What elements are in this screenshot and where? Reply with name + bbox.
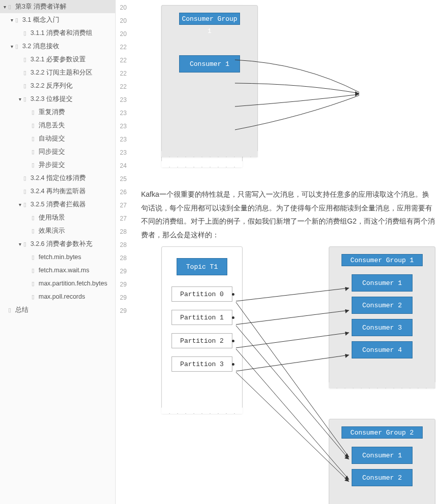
toggle-icon[interactable]: ▾ — [16, 202, 23, 207]
content: Topic T1 Partition 0 Partition 1 Partiti… — [131, 0, 445, 504]
toc-item[interactable]: ▾▯3.2 消息接收 — [0, 40, 115, 53]
bookmark-icon: ▯ — [23, 96, 30, 102]
toc-item[interactable]: ▯效果演示 — [0, 224, 115, 237]
toc-label: 效果演示 — [39, 227, 115, 235]
toc-label: 3.1.1 消费者和消费组 — [30, 29, 115, 38]
toc-item[interactable]: ▯max.partition.fetch.bytes — [0, 277, 115, 290]
d2-partition-0: Partition 0 — [172, 286, 232, 302]
bookmark-icon: ▯ — [31, 214, 39, 221]
toc-item[interactable]: ▯消息丢失 — [0, 119, 115, 132]
toggle-icon[interactable]: ▾ — [16, 96, 23, 102]
consumer-group-2-panel: Consumer Group 2 Consumer 1 Consumer 2 — [329, 419, 435, 504]
page-number: 25 — [116, 172, 131, 186]
svg-marker-0 — [355, 91, 359, 96]
toc-label: 3.2 消息接收 — [22, 42, 115, 51]
bookmark-icon: ▯ — [31, 109, 39, 116]
page-number: 28 — [116, 225, 131, 238]
toc-item[interactable]: ▾▯3.1 概念入门 — [0, 13, 115, 26]
page-numbers: 2020202222222223232323232425262727282828… — [116, 0, 131, 504]
consumer-1: Consumer 1 — [179, 55, 240, 73]
toc-label: 3.2.5 消费者拦截器 — [30, 200, 115, 209]
toc-label: 3.2.4 再均衡监听器 — [30, 187, 115, 196]
toc-label: 重复消费 — [39, 108, 115, 117]
bookmark-icon: ▯ — [31, 122, 39, 129]
toc-label: fetch.max.wait.ms — [39, 267, 115, 274]
bookmark-icon: ▯ — [15, 17, 22, 23]
toc-item[interactable]: ▾▯3.2.3 位移提交 — [0, 92, 115, 105]
bookmark-icon: ▯ — [8, 307, 15, 313]
d2-partition-1: Partition 1 — [172, 310, 232, 325]
toc-label: 3.1 概念入门 — [22, 16, 115, 24]
toc-label: 3.2.2 反序列化 — [30, 82, 115, 90]
group1-title: Consumer Group 1 — [341, 254, 423, 266]
toc-label: 3.2.4 指定位移消费 — [30, 174, 115, 183]
bookmark-icon: ▯ — [31, 228, 39, 234]
toc-item[interactable]: ▯总结 — [0, 303, 115, 316]
toc-item[interactable]: ▯3.2.4 再均衡监听器 — [0, 185, 115, 198]
toc-item[interactable]: ▯max.poll.records — [0, 290, 115, 303]
page-number: 29 — [116, 278, 131, 291]
toc-label: 异步提交 — [39, 161, 115, 169]
toc-item[interactable]: ▾▯3.2.6 消费者参数补充 — [0, 237, 115, 250]
toggle-icon[interactable]: ▾ — [8, 44, 15, 49]
consumer-group-title: Consumer Group 1 — [179, 13, 240, 25]
bookmark-icon: ▯ — [31, 267, 39, 274]
toc-item[interactable]: ▯fetch.min.bytes — [0, 250, 115, 264]
toc-item[interactable]: ▯fetch.max.wait.ms — [0, 264, 115, 277]
g2-consumer-1: Consumer 1 — [352, 447, 413, 464]
bookmark-icon: ▯ — [23, 188, 30, 195]
toc-item[interactable]: ▾▯第3章 消费者详解 — [0, 0, 115, 13]
toc-label: 总结 — [15, 306, 115, 314]
toc-item[interactable]: ▯自动提交 — [0, 132, 115, 145]
toc-item[interactable]: ▯同步提交 — [0, 145, 115, 158]
page-number: 29 — [116, 304, 131, 317]
toc-label: 消息丢失 — [39, 121, 115, 130]
bookmark-icon: ▯ — [23, 56, 30, 63]
group2-title: Consumer Group 2 — [341, 426, 423, 439]
paragraph: Kafka一个很重要的特性就是，只需写入一次消息，可以支持任意多的应用读取这个消… — [141, 188, 435, 241]
toc-item[interactable]: ▯3.2.1 必要参数设置 — [0, 53, 115, 66]
bookmark-icon: ▯ — [23, 175, 30, 182]
bookmark-icon: ▯ — [31, 280, 39, 287]
page-number: 23 — [116, 133, 131, 146]
g2-consumer-2: Consumer 2 — [352, 469, 413, 486]
toc-item[interactable]: ▯3.2.2 反序列化 — [0, 79, 115, 92]
d2-partition-3: Partition 3 — [172, 356, 232, 372]
toc-label: max.poll.records — [39, 293, 115, 300]
diagram-1: Topic T1 Partition 0 Partition 1 Partiti… — [161, 5, 435, 177]
page-number: 24 — [116, 159, 131, 172]
g1-consumer-4: Consumer 4 — [352, 341, 413, 358]
page-number: 23 — [116, 93, 131, 106]
toggle-icon[interactable]: ▾ — [16, 241, 23, 247]
toggle-icon[interactable]: ▾ — [8, 17, 15, 23]
toc-item[interactable]: ▯3.2.4 指定位移消费 — [0, 171, 115, 185]
toc-label: 3.2.2 订阅主题和分区 — [30, 68, 115, 77]
bookmark-icon: ▯ — [31, 149, 39, 155]
page-number: 22 — [116, 67, 131, 80]
toc-item[interactable]: ▯3.2.2 订阅主题和分区 — [0, 66, 115, 79]
page-number: 22 — [116, 54, 131, 67]
page-number: 28 — [116, 251, 131, 265]
toc-label: 3.2.3 位移提交 — [30, 95, 115, 103]
toc-item[interactable]: ▾▯3.2.5 消费者拦截器 — [0, 198, 115, 211]
bookmark-icon: ▯ — [31, 294, 39, 300]
toc-item[interactable]: ▯使用场景 — [0, 211, 115, 224]
toc-label: 3.2.1 必要参数设置 — [30, 55, 115, 64]
d2-partition-2: Partition 2 — [172, 333, 232, 348]
page-number: 27 — [116, 212, 131, 225]
page-number: 29 — [116, 291, 131, 304]
page-number: 23 — [116, 106, 131, 120]
toc-label: 使用场景 — [39, 213, 115, 222]
page-number: 20 — [116, 14, 131, 27]
page-number: 28 — [116, 238, 131, 251]
toggle-icon[interactable]: ▾ — [1, 4, 8, 10]
g1-consumer-3: Consumer 3 — [352, 319, 413, 336]
toc-item[interactable]: ▯3.1.1 消费者和消费组 — [0, 26, 115, 40]
page-number: 22 — [116, 80, 131, 93]
toc-item[interactable]: ▯重复消费 — [0, 105, 115, 119]
bookmark-icon: ▯ — [8, 4, 15, 10]
toc-label: 同步提交 — [39, 148, 115, 156]
toc-label: fetch.min.bytes — [39, 254, 115, 261]
consumer-group-1-panel: Consumer Group 1 Consumer 1 Consumer 2 C… — [329, 246, 435, 388]
toc-item[interactable]: ▯异步提交 — [0, 158, 115, 171]
